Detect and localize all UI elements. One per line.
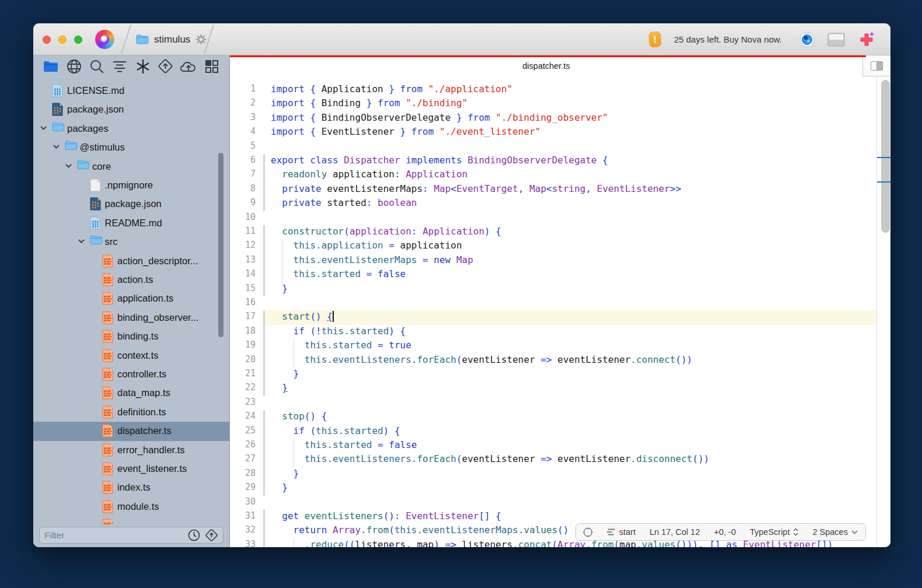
tree-item-context-ts[interactable]: context.ts	[33, 346, 229, 366]
fold-ribbon[interactable]	[263, 254, 265, 268]
preview-eye-icon[interactable]	[799, 32, 815, 47]
window-proxy[interactable]: stimulus	[136, 23, 207, 55]
fold-ribbon[interactable]	[263, 467, 265, 481]
fold-ribbon[interactable]	[263, 368, 265, 382]
ts-file-icon	[102, 311, 113, 324]
search-icon[interactable]	[88, 58, 106, 75]
cloud-upload-icon[interactable]	[180, 58, 197, 75]
fold-ribbon[interactable]	[263, 410, 265, 424]
language-selector[interactable]: TypeScript	[750, 527, 799, 537]
symbol-path[interactable]: start	[607, 527, 635, 537]
tree-item-partial[interactable]	[33, 516, 229, 524]
tree-item-dispatcher-ts[interactable]: dispatcher.ts	[33, 422, 229, 441]
zoom-button[interactable]	[74, 36, 82, 44]
filter-input[interactable]: Filter	[39, 527, 223, 544]
fold-ribbon[interactable]	[263, 183, 265, 197]
chevron-down-icon[interactable]	[53, 144, 60, 149]
folder-proxy-icon	[136, 34, 149, 44]
line-number: 17	[230, 311, 256, 321]
nova-app-icon	[95, 30, 114, 49]
fold-ribbon[interactable]	[263, 339, 265, 353]
tree-item-LICENSE-md[interactable]: LICENSE.md	[33, 82, 229, 101]
fold-ribbon[interactable]	[263, 310, 265, 324]
tree-item--stimulus[interactable]: @stimulus	[33, 138, 229, 158]
editor-scrollbar-thumb[interactable]	[881, 80, 890, 233]
tree-item-binding-observer-[interactable]: binding_observer...	[33, 309, 229, 328]
globe-icon[interactable]	[65, 58, 83, 75]
line-number: 27	[230, 453, 256, 464]
navigator-target[interactable]	[583, 527, 593, 537]
editor-scrollbar[interactable]	[876, 76, 890, 547]
tree-item-controller-ts[interactable]: controller.ts	[33, 365, 229, 384]
diff-indicator[interactable]: +0, -0	[714, 527, 735, 537]
chevron-down-icon[interactable]	[78, 239, 85, 244]
tree-item-label: index.ts	[117, 482, 151, 493]
tree-item-binding-ts[interactable]: binding.ts	[33, 327, 229, 346]
fold-ribbon[interactable]	[263, 282, 265, 296]
tree-item-package-json[interactable]: package.json	[33, 195, 229, 214]
tree-item-action-descriptor-[interactable]: action_descriptor...	[33, 252, 229, 271]
line-number: 26	[230, 439, 256, 450]
gear-icon[interactable]	[195, 34, 207, 45]
fold-ribbon[interactable]	[263, 453, 265, 467]
tree-item-src[interactable]: src	[33, 233, 229, 252]
fold-ribbon[interactable]	[263, 268, 265, 282]
close-button[interactable]	[43, 36, 51, 44]
fold-ribbon[interactable]	[263, 354, 265, 368]
tree-item--npmignore[interactable]: .npmignore	[33, 176, 229, 195]
tree-item-error-handler-ts[interactable]: error_handler.ts	[33, 441, 229, 460]
clock-icon[interactable]	[188, 529, 200, 541]
sidebar-toolbar	[33, 55, 229, 77]
fold-ribbon[interactable]	[263, 510, 265, 524]
asterisk-icon[interactable]	[134, 58, 152, 75]
tree-item-action-ts[interactable]: action.ts	[33, 271, 229, 290]
new-item-plus-icon[interactable]	[858, 31, 875, 48]
fold-ribbon[interactable]	[263, 524, 265, 538]
fold-ribbon[interactable]	[263, 382, 265, 396]
fold-ribbon[interactable]	[263, 197, 265, 211]
tree-item-event-listener-ts[interactable]: event_listener.ts	[33, 460, 229, 479]
tag-diamond-icon[interactable]	[205, 528, 218, 542]
chevron-down-icon[interactable]	[40, 125, 47, 131]
tree-item-module-ts[interactable]: module.ts	[33, 498, 229, 517]
code-area[interactable]: 1import { Application } from "./applicat…	[230, 76, 876, 547]
sidebar-scrollbar[interactable]	[218, 153, 223, 337]
folder-file-icon	[90, 235, 102, 245]
code-line-22: 22 }	[230, 382, 876, 396]
extensions-grid-icon[interactable]	[203, 58, 221, 75]
fold-ribbon[interactable]	[263, 239, 265, 253]
fold-ribbon[interactable]	[263, 154, 265, 168]
line-number: 16	[230, 297, 256, 307]
split-view-icon[interactable]	[827, 33, 845, 47]
ts-file-icon	[102, 500, 113, 513]
fold-ribbon[interactable]	[263, 538, 265, 547]
tag-diamond-icon[interactable]	[157, 58, 174, 75]
fold-ribbon[interactable]	[263, 325, 265, 339]
code-line-1: 1import { Application } from "./applicat…	[230, 83, 876, 97]
files-icon[interactable]	[42, 58, 60, 75]
tree-item-definition-ts[interactable]: definition.ts	[33, 403, 229, 422]
code-line-13: 13 this.eventListenerMaps = new Map	[230, 254, 876, 268]
fold-ribbon[interactable]	[263, 225, 265, 239]
minimize-button[interactable]	[58, 36, 67, 44]
tree-item-application-ts[interactable]: application.ts	[33, 289, 229, 309]
indent-selector[interactable]: 2 Spaces	[812, 527, 857, 537]
sidebar-toggle-button[interactable]	[862, 55, 890, 76]
tree-item-packages[interactable]: packages	[33, 120, 229, 139]
fold-ribbon[interactable]	[263, 168, 265, 182]
tree-item-core[interactable]: core	[33, 158, 229, 177]
outline-icon[interactable]	[111, 58, 128, 75]
line-number: 6	[230, 155, 256, 165]
tree-item-index-ts[interactable]: index.ts	[33, 478, 229, 498]
chevron-down-icon[interactable]	[65, 163, 72, 169]
tree-item-package-json[interactable]: package.json	[33, 100, 229, 120]
line-col-indicator[interactable]: Ln 17, Col 12	[649, 527, 700, 537]
line-number: 24	[230, 411, 256, 421]
tree-item-README-md[interactable]: README.md	[33, 214, 229, 233]
fold-ribbon[interactable]	[263, 425, 265, 439]
code-line-4: 4import { EventListener } from "./event_…	[230, 125, 876, 139]
fold-ribbon[interactable]	[263, 481, 265, 495]
ts-file-icon	[102, 254, 113, 268]
tree-item-data-map-ts[interactable]: data_map.ts	[33, 384, 229, 403]
fold-ribbon[interactable]	[263, 439, 265, 453]
